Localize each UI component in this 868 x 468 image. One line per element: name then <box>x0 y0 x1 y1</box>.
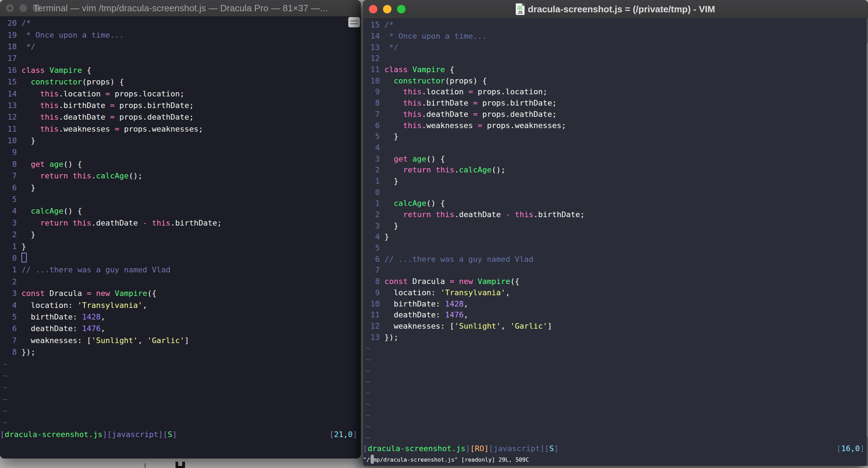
line-number: 5 <box>366 244 380 252</box>
line-number: 4 <box>366 232 380 241</box>
tilde-line: ~ <box>366 421 868 432</box>
vim-commandline-left <box>0 440 361 452</box>
statusline-file-info: [dracula-screenshot.js][RO][javascript][… <box>363 444 559 453</box>
statusline-cursor-position: [21,0] <box>330 430 357 439</box>
code-line: 1// ...there was a guy named Vlad <box>3 264 361 276</box>
background-window-artifact <box>145 463 146 468</box>
tilde-line: ~ <box>366 398 868 410</box>
line-number: 11 <box>366 65 380 74</box>
line-number: 8 <box>366 277 380 286</box>
line-number: 3 <box>3 219 17 227</box>
line-number: 13 <box>366 333 380 342</box>
line-number: 5 <box>3 312 17 321</box>
vim-statusline-right: [dracula-screenshot.js][RO][javascript][… <box>363 443 868 454</box>
code-line: 11 deathDate: 1476, <box>366 309 868 321</box>
line-number: 7 <box>3 336 17 345</box>
code-line: 16class Vampire { <box>3 64 361 76</box>
code-line: 1 calcAge() { <box>366 198 868 209</box>
line-number: 18 <box>3 42 17 51</box>
code-line: 12 weaknesses: ['Sunlight', 'Garlic'] <box>366 321 868 332</box>
line-number: 6 <box>366 255 380 264</box>
code-line: 7 weaknesses: ['Sunlight', 'Garlic'] <box>3 335 361 346</box>
tilde-line: ~ <box>366 365 868 376</box>
document-icon: JS <box>516 4 524 15</box>
tilde-line: ~ <box>3 393 361 405</box>
code-line: 20/* <box>3 17 361 29</box>
statusline-file-info: [dracula-screenshot.js][javascript][S] <box>0 430 177 439</box>
line-number: 12 <box>3 113 17 121</box>
code-line: 13 this.birthDate = props.birthDate; <box>3 100 361 111</box>
code-line: 3 return this.deathDate - this.birthDate… <box>3 217 361 229</box>
line-number: 6 <box>366 121 380 130</box>
code-line: 6 this.weaknesses = props.weaknesses; <box>366 120 868 131</box>
code-line: 19 * Once upon a time... <box>3 29 361 40</box>
vim-buffer-left[interactable]: 20/*19 * Once upon a time...18 */1716cla… <box>0 17 361 429</box>
line-number: 0 <box>3 254 17 263</box>
desktop: { "desktop": { "background": "#bfbfbf" }… <box>0 0 868 468</box>
line-number: 14 <box>3 89 17 98</box>
code-line: 14 * Once upon a time... <box>366 31 868 42</box>
code-line: 2 return this.calcAge(); <box>366 164 868 176</box>
code-line: 13 */ <box>366 42 868 53</box>
line-number: 13 <box>366 43 380 52</box>
line-number: 5 <box>3 195 17 204</box>
line-number: 2 <box>366 210 380 219</box>
line-number: 16 <box>3 66 17 75</box>
code-line: 10 } <box>3 135 361 146</box>
line-number: 12 <box>366 322 380 330</box>
code-line: 14 this.location = props.location; <box>3 88 361 99</box>
macvim-titlebar[interactable]: JS dracula-screenshot.js = (/private/tmp… <box>363 0 868 19</box>
code-line: 7 <box>366 265 868 276</box>
line-number: 14 <box>366 32 380 40</box>
line-number: 11 <box>3 125 17 133</box>
code-line: 18 */ <box>3 41 361 52</box>
line-number: 1 <box>3 242 17 251</box>
statusline-cursor-position: [16,0] <box>837 444 864 453</box>
line-number: 17 <box>3 54 17 63</box>
split-bar-icon <box>350 23 358 24</box>
line-number: 8 <box>3 160 17 169</box>
line-number: 1 <box>3 265 17 274</box>
code-line: 6 deathDate: 1476, <box>3 323 361 334</box>
terminal-titlebar[interactable]: Terminal — vim /tmp/dracula-screenshot.j… <box>0 0 361 17</box>
code-line: 3 } <box>366 220 868 231</box>
tilde-line: ~ <box>3 358 361 369</box>
code-line: 3const Dracula = new Vampire({ <box>3 287 361 299</box>
code-line: 0 <box>366 186 868 198</box>
line-number: 7 <box>3 171 17 180</box>
scrollbar-thumb[interactable] <box>867 43 868 437</box>
line-number: 6 <box>3 324 17 333</box>
line-number: 4 <box>3 207 17 215</box>
tilde-line: ~ <box>366 343 868 354</box>
code-line: 17 <box>3 52 361 64</box>
code-line: 10 birthDate: 1428, <box>366 298 868 309</box>
line-number: 9 <box>366 87 380 96</box>
line-number: 15 <box>366 20 380 29</box>
terminal-window: Terminal — vim /tmp/dracula-screenshot.j… <box>0 0 361 458</box>
line-number: 8 <box>3 348 17 356</box>
vim-buffer-right[interactable]: 15/*14 * Once upon a time...13 */1211cla… <box>363 19 868 443</box>
split-bar-icon <box>350 20 358 21</box>
line-number: 15 <box>3 77 17 86</box>
line-number: 12 <box>366 54 380 63</box>
code-line: 8 get age() { <box>3 158 361 170</box>
line-number: 10 <box>366 299 380 308</box>
vim-cursor <box>21 253 27 263</box>
line-number: 2 <box>3 230 17 239</box>
code-line: 5 } <box>366 131 868 142</box>
code-line: 15 constructor(props) { <box>3 76 361 88</box>
line-number: 4 <box>3 301 17 310</box>
scrollbar[interactable] <box>867 18 868 466</box>
code-line: 0 <box>3 252 361 264</box>
code-line: 8const Dracula = new Vampire({ <box>366 276 868 287</box>
line-number: 20 <box>3 19 17 27</box>
code-line: 11 this.weaknesses = props.weaknesses; <box>3 123 361 135</box>
tilde-line: ~ <box>366 432 868 443</box>
terminal-split-pane-button[interactable] <box>348 17 360 27</box>
line-number: 3 <box>366 154 380 163</box>
code-line: 6// ...there was a guy named Vlad <box>366 253 868 265</box>
code-line: 12 <box>366 53 868 64</box>
code-line: 4 location: 'Transylvania', <box>3 299 361 311</box>
code-line: 4 calcAge() { <box>3 205 361 217</box>
code-line: 6 } <box>3 182 361 193</box>
